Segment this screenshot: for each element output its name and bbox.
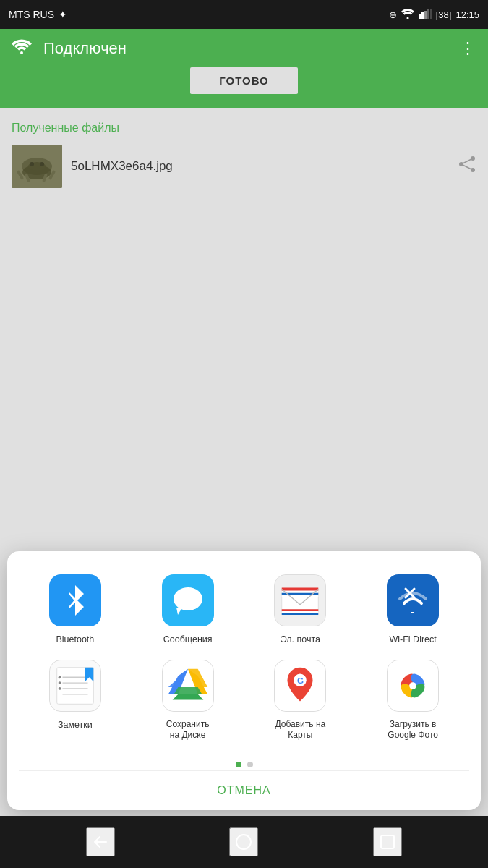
wifi-status-icon [401, 9, 414, 21]
share-item-messages[interactable]: Сообщения [132, 569, 244, 654]
share-dialog: Bluetooth Сообщения [7, 551, 481, 810]
svg-point-6 [20, 51, 23, 54]
file-row: 5oLHMX3e6a4.jpg [12, 145, 476, 188]
thumbnail-image [12, 145, 62, 188]
file-thumbnail [12, 145, 62, 188]
more-options-icon[interactable]: ⋮ [460, 39, 476, 58]
share-item-wifidirect[interactable]: Wi-Fi Direct [356, 569, 469, 654]
share-item-maps[interactable]: G Добавить на Карты [244, 654, 357, 750]
drive-app-icon [162, 660, 214, 712]
app-bar-top: Подключен ⋮ [12, 29, 476, 67]
wifidirect-label: Wi-Fi Direct [389, 634, 436, 645]
recents-button[interactable] [373, 827, 402, 856]
cancel-button[interactable]: ОТМЕНА [19, 770, 469, 810]
status-left: MTS RUS ✦ [9, 9, 67, 20]
svg-marker-22 [176, 608, 182, 615]
battery-level: 38 [438, 9, 448, 20]
svg-point-10 [30, 162, 34, 166]
svg-rect-1 [419, 14, 421, 19]
svg-rect-5 [430, 9, 432, 19]
photos-app-icon [387, 660, 439, 712]
main-content: Полученные файлы 5oLHMX3e6a4.jpg [0, 109, 488, 200]
share-file-icon[interactable] [458, 156, 476, 177]
svg-point-61 [236, 835, 251, 849]
dot-1 [236, 762, 241, 767]
messages-label: Сообщения [163, 634, 213, 645]
svg-line-19 [461, 158, 473, 164]
photos-label: Загрузить в Google Фото [388, 719, 438, 741]
signal-bars-icon [419, 9, 432, 21]
svg-rect-3 [424, 11, 427, 19]
bluetooth-app-icon [49, 574, 101, 626]
email-app-icon [274, 574, 326, 626]
svg-point-9 [28, 162, 46, 171]
share-item-photos[interactable]: Загрузить в Google Фото [356, 654, 469, 750]
share-item-email[interactable]: Эл. почта [244, 569, 357, 654]
bluetooth-label: Bluetooth [56, 634, 94, 645]
svg-point-60 [409, 682, 416, 689]
time-label: 12:15 [455, 9, 479, 20]
svg-rect-4 [427, 9, 429, 19]
dot-2 [247, 762, 253, 767]
svg-point-41 [59, 681, 61, 684]
svg-point-0 [406, 17, 408, 19]
nav-bar [0, 816, 488, 868]
status-right: ⊕ [38] 12:15 [389, 9, 479, 21]
share-app-grid: Bluetooth Сообщения [19, 569, 469, 750]
battery-indicator: [38] [436, 9, 452, 20]
svg-rect-62 [381, 835, 394, 848]
svg-point-11 [40, 162, 44, 166]
maps-label: Добавить на Карты [275, 719, 326, 741]
done-button[interactable]: ГОТОВО [190, 67, 298, 94]
wifidirect-app-icon [387, 574, 439, 626]
alarm-icon: ⊕ [389, 9, 397, 20]
home-button[interactable] [229, 827, 258, 856]
messages-app-icon [162, 574, 214, 626]
svg-point-42 [59, 687, 61, 690]
app-bar: Подключен ⋮ ГОТОВО [0, 29, 488, 109]
svg-line-20 [461, 164, 473, 170]
share-item-bluetooth[interactable]: Bluetooth [19, 569, 132, 654]
app-title-area: Подключен [12, 38, 127, 59]
email-label: Эл. почта [281, 634, 320, 645]
notes-label: Заметки [58, 719, 93, 731]
svg-text:G: G [297, 676, 304, 685]
signal-icon: ✦ [59, 9, 67, 20]
svg-rect-2 [421, 12, 424, 19]
notes-app-icon [49, 660, 101, 712]
page-dots [19, 762, 469, 767]
status-bar: MTS RUS ✦ ⊕ [38] 12:15 [0, 0, 488, 29]
received-files-label: Полученные файлы [12, 122, 476, 135]
maps-app-icon: G [274, 660, 326, 712]
back-button[interactable] [86, 827, 115, 856]
svg-rect-7 [12, 145, 62, 188]
svg-marker-51 [174, 687, 202, 694]
share-item-notes[interactable]: Заметки [19, 654, 132, 750]
drive-label: Сохранить на Диске [166, 719, 210, 741]
wifi-header-icon [12, 38, 32, 59]
connection-status: Подключен [43, 39, 127, 58]
file-name-label: 5oLHMX3e6a4.jpg [71, 159, 449, 174]
svg-point-21 [174, 587, 202, 610]
share-item-drive[interactable]: Сохранить на Диске [132, 654, 244, 750]
svg-point-40 [59, 676, 61, 678]
carrier-label: MTS RUS [9, 9, 54, 20]
